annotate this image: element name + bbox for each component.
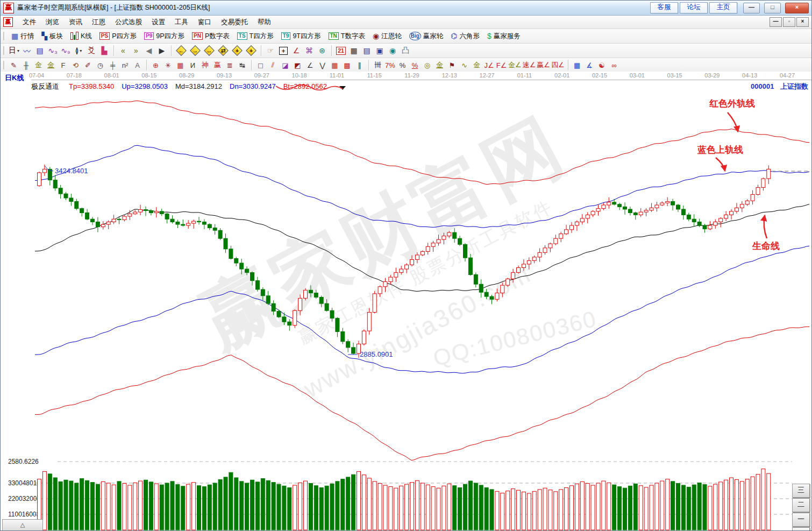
pane-expand-button[interactable]: → <box>792 527 810 531</box>
menu-浏览[interactable]: 浏览 <box>41 16 64 29</box>
spiral-icon[interactable]: ⟲ <box>70 59 81 71</box>
candle-style-button[interactable]: ≬ <box>73 45 84 56</box>
mdi-close-button[interactable]: × <box>796 17 809 27</box>
menu-公式选股[interactable]: 公式选股 <box>110 16 147 29</box>
first-page-button[interactable]: « <box>117 45 129 56</box>
calculator-icon[interactable]: ▦ <box>348 45 360 56</box>
ying-icon[interactable]: 赢 <box>212 59 223 71</box>
quote-table-button[interactable]: ▦行情 <box>8 31 38 42</box>
notes-icon[interactable]: ▤ <box>361 45 373 56</box>
char-tool-icon[interactable]: 爻 <box>86 45 97 56</box>
span-arrows-icon[interactable]: ↹ <box>237 59 248 71</box>
boxed-fan2-icon[interactable]: ◩ <box>292 59 303 71</box>
trend-sketch-icon[interactable]: 〰 <box>21 45 33 56</box>
customer-service-button[interactable]: 客服 <box>650 2 678 13</box>
f-angle-icon[interactable]: F∠ <box>496 59 507 71</box>
grid-comb-icon[interactable]: ╫ <box>20 59 32 71</box>
starburst-icon[interactable]: ✳ <box>162 59 174 71</box>
j-angle-icon[interactable]: J∠ <box>483 59 495 71</box>
homepage-button[interactable]: 主页 <box>709 2 737 13</box>
calendar-icon[interactable]: 21 <box>335 45 347 56</box>
red-grid-icon[interactable]: ▦ <box>329 59 340 71</box>
menu-文件[interactable]: 文件 <box>18 16 41 29</box>
gold-under-icon[interactable]: 金 <box>471 59 482 71</box>
gold-wave-icon[interactable]: ∿ <box>459 59 470 71</box>
menu-江恩[interactable]: 江恩 <box>87 16 110 29</box>
speed-angle-icon[interactable]: 速∠ <box>523 59 536 71</box>
shift-left-button[interactable]: ← <box>176 45 187 56</box>
percent7-icon[interactable]: 7% <box>384 59 396 71</box>
winner-wheel-button[interactable]: Big赢家轮 <box>405 31 447 42</box>
target-cross-icon[interactable]: ⊕ <box>150 59 161 71</box>
winner-service-button[interactable]: $赢家服务 <box>483 31 524 42</box>
mdi-minimize-button[interactable]: — <box>770 17 782 27</box>
menu-窗口[interactable]: 窗口 <box>193 16 216 29</box>
taiji-icon[interactable]: ☯ <box>596 59 608 71</box>
p-number-table-button[interactable]: PNP数字表 <box>188 31 233 42</box>
zigzag-icon[interactable]: ⋁ <box>317 59 328 71</box>
pane-layout-3-button[interactable]: 三 <box>792 484 810 498</box>
four-angle-icon[interactable]: 四∠ <box>551 59 565 71</box>
9p-square-button[interactable]: P99P四方形 <box>140 31 188 42</box>
wave-mark-icon[interactable]: И <box>187 59 198 71</box>
angle-line-icon[interactable]: ∠ <box>304 59 316 71</box>
wave-9-icon[interactable]: ∿₉ <box>60 45 72 56</box>
web-save-icon[interactable]: ◉ <box>387 45 398 56</box>
time-circle-icon[interactable]: ◷ <box>95 59 106 71</box>
ruler-123-icon[interactable]: ≣ <box>224 59 236 71</box>
last-page-button[interactable]: » <box>130 45 142 56</box>
flag-icon[interactable]: ⚑ <box>446 59 458 71</box>
percent-line-icon[interactable]: % <box>409 59 421 71</box>
gold-line-icon[interactable]: 金 <box>434 59 445 71</box>
ying-angle-icon[interactable]: 赢∠ <box>537 59 550 71</box>
pane-layout-1-button[interactable]: 一 <box>792 513 810 527</box>
crosshair-button[interactable]: ＋ <box>277 45 289 56</box>
menu-资讯[interactable]: 资讯 <box>64 16 87 29</box>
boxed-fan-icon[interactable]: ◪ <box>280 59 291 71</box>
menu-交易委托[interactable]: 交易委托 <box>216 16 253 29</box>
chart-tool-icon[interactable]: ∡ <box>584 59 595 71</box>
rect-tool-icon[interactable]: ◻ <box>255 59 266 71</box>
mdi-restore-button[interactable]: ▫ <box>783 17 795 27</box>
brush-icon[interactable]: ✎ <box>8 59 19 71</box>
marker-pen-icon[interactable]: ✐ <box>82 59 94 71</box>
period-day-button[interactable]: 日 <box>8 45 20 56</box>
tick-comb-icon[interactable]: ╪ <box>107 59 118 71</box>
zoom-out-button[interactable]: + <box>246 45 257 56</box>
gold-circle-icon[interactable]: ◎ <box>422 59 433 71</box>
volume-profile-icon[interactable]: ▙ <box>98 45 110 56</box>
pattern-tool-icon[interactable]: ⊛ <box>316 45 328 56</box>
memo-icon[interactable]: ▤ <box>34 45 46 56</box>
menu-设置[interactable]: 设置 <box>147 16 170 29</box>
t-number-table-button[interactable]: TNT数字表 <box>325 31 369 42</box>
pane-layout-2-button[interactable]: 二 <box>792 498 810 512</box>
print-icon[interactable]: 凸 <box>400 45 411 56</box>
parallel-lines-icon[interactable]: ∥ <box>354 59 365 71</box>
menu-工具[interactable]: 工具 <box>170 16 193 29</box>
kline-button[interactable]: K线 <box>67 31 96 42</box>
maximize-button[interactable]: □ <box>764 3 781 13</box>
expand-h-button[interactable]: ↔ <box>204 45 215 56</box>
percent-icon[interactable]: % <box>397 59 408 71</box>
wave-3-icon[interactable]: ∿₃ <box>47 45 59 56</box>
p-square-button[interactable]: PSP四方形 <box>96 31 140 42</box>
shift-right-button[interactable]: → <box>190 45 201 56</box>
prev-page-button[interactable]: ◀ <box>143 45 155 56</box>
forum-button[interactable]: 论坛 <box>680 2 708 13</box>
red-grid2-icon[interactable]: ▩ <box>341 59 353 71</box>
ray-fan-icon[interactable]: ⫽ <box>267 59 279 71</box>
save-icon[interactable]: ▣ <box>374 45 386 56</box>
9t-square-button[interactable]: T99T四方形 <box>277 31 325 42</box>
fib-f-icon[interactable]: F <box>58 59 69 71</box>
sector-button[interactable]: ▚板块 <box>38 31 67 42</box>
next-page-button[interactable]: ▶ <box>156 45 168 56</box>
menu-帮助[interactable]: 帮助 <box>253 16 276 29</box>
shen-icon[interactable]: 神 <box>200 59 211 71</box>
gold-ratio-icon[interactable]: 金 <box>33 59 44 71</box>
drag-hand-icon[interactable]: ☞ <box>265 45 276 56</box>
hexagon-button[interactable]: ⌬六角形 <box>447 31 483 42</box>
a-angle-icon[interactable]: A <box>132 59 143 71</box>
web-grid-icon[interactable]: ▦ <box>175 59 186 71</box>
zoom-in-button[interactable]: + <box>232 45 243 56</box>
yellow-grid-icon[interactable]: ▦ <box>572 59 583 71</box>
